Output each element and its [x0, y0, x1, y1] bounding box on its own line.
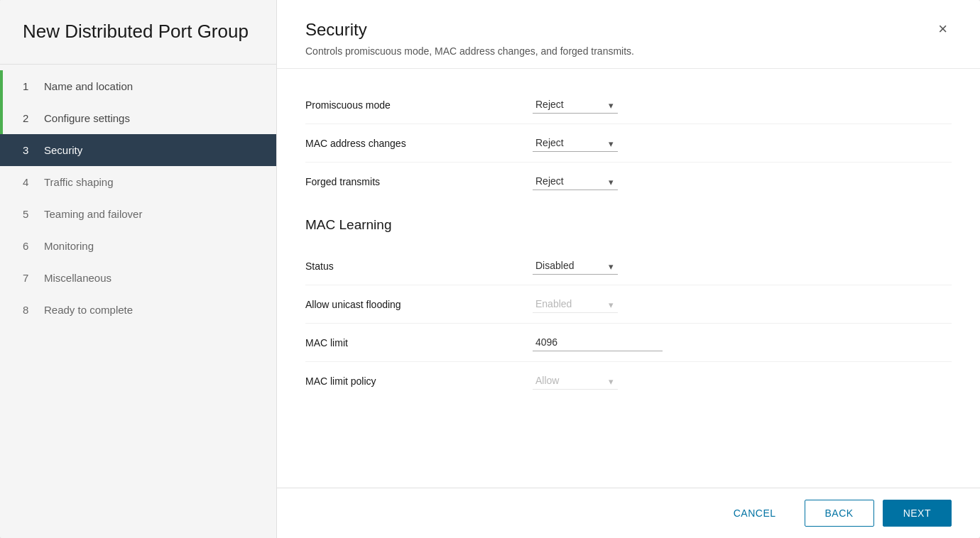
sidebar-item-2[interactable]: 2Configure settings	[0, 102, 276, 134]
step-label-3: Security	[44, 144, 82, 156]
next-button[interactable]: NEXT	[883, 500, 952, 527]
sidebar-item-4: 4Traffic shaping	[0, 166, 276, 198]
label-forged_transmits: Forged transmits	[305, 176, 533, 187]
dialog: New Distributed Port Group 1Name and loc…	[0, 0, 980, 538]
sidebar-nav: 1Name and location2Configure settings3Se…	[0, 65, 276, 538]
label-promiscuous_mode: Promiscuous mode	[305, 99, 533, 111]
step-label-4: Traffic shaping	[44, 176, 114, 188]
step-num-6: 6	[23, 240, 36, 252]
step-label-1: Name and location	[44, 80, 133, 92]
step-num-1: 1	[23, 80, 36, 92]
back-button[interactable]: BACK	[805, 500, 874, 527]
close-button[interactable]: ×	[934, 20, 952, 38]
step-num-4: 4	[23, 176, 36, 188]
cancel-button[interactable]: CANCEL	[714, 500, 796, 526]
select-wrapper-promiscuous_mode: RejectAccept	[533, 96, 618, 114]
select-status[interactable]: DisabledEnabled	[533, 257, 618, 275]
input-mac_limit[interactable]	[533, 334, 663, 351]
mac-learning-section: MAC Learning StatusDisabledEnabledAllow …	[305, 217, 952, 400]
step-num-3: 3	[23, 144, 36, 156]
select-wrapper-status: DisabledEnabled	[533, 257, 618, 275]
select-wrapper-forged_transmits: RejectAccept	[533, 172, 618, 190]
sidebar-item-8: 8Ready to complete	[0, 294, 276, 326]
step-label-6: Monitoring	[44, 240, 94, 252]
step-label-5: Teaming and failover	[44, 208, 142, 220]
main-body: Promiscuous modeRejectAcceptMAC address …	[277, 69, 980, 488]
sidebar-item-7: 7Miscellaneous	[0, 262, 276, 294]
field-row-mac_limit_policy: MAC limit policyAllowDrop	[305, 362, 952, 400]
sidebar-item-5: 5Teaming and failover	[0, 198, 276, 230]
main-footer: CANCEL BACK NEXT	[277, 488, 980, 538]
dialog-title: New Distributed Port Group	[0, 0, 276, 65]
main-header: Security Controls promiscuous mode, MAC …	[277, 0, 980, 69]
select-allow_unicast_flooding: EnabledDisabled	[533, 295, 618, 313]
step-num-5: 5	[23, 208, 36, 220]
sidebar: New Distributed Port Group 1Name and loc…	[0, 0, 277, 538]
sidebar-item-6: 6Monitoring	[0, 230, 276, 262]
label-status: Status	[305, 260, 533, 272]
step-num-7: 7	[23, 272, 36, 284]
step-num-8: 8	[23, 304, 36, 316]
field-row-promiscuous_mode: Promiscuous modeRejectAccept	[305, 86, 952, 124]
select-wrapper-mac_address_changes: RejectAccept	[533, 134, 618, 152]
step-label-2: Configure settings	[44, 112, 130, 124]
main-panel: Security Controls promiscuous mode, MAC …	[277, 0, 980, 538]
step-label-8: Ready to complete	[44, 304, 133, 316]
label-mac_address_changes: MAC address changes	[305, 138, 533, 149]
main-title: Security	[305, 20, 634, 40]
mac-learning-fields: StatusDisabledEnabledAllow unicast flood…	[305, 247, 952, 400]
security-fields: Promiscuous modeRejectAcceptMAC address …	[305, 86, 952, 200]
select-mac_limit_policy: AllowDrop	[533, 372, 618, 390]
select-promiscuous_mode[interactable]: RejectAccept	[533, 96, 618, 114]
field-row-forged_transmits: Forged transmitsRejectAccept	[305, 163, 952, 200]
label-allow_unicast_flooding: Allow unicast flooding	[305, 299, 533, 310]
main-subtitle: Controls promiscuous mode, MAC address c…	[305, 45, 634, 57]
step-label-7: Miscellaneous	[44, 272, 111, 284]
select-forged_transmits[interactable]: RejectAccept	[533, 172, 618, 190]
select-wrapper-allow_unicast_flooding: EnabledDisabled	[533, 295, 618, 313]
field-row-status: StatusDisabledEnabled	[305, 247, 952, 285]
select-wrapper-mac_limit_policy: AllowDrop	[533, 372, 618, 390]
label-mac_limit_policy: MAC limit policy	[305, 375, 533, 387]
field-row-allow_unicast_flooding: Allow unicast floodingEnabledDisabled	[305, 285, 952, 324]
sidebar-item-3[interactable]: 3Security	[0, 134, 276, 166]
mac-learning-title: MAC Learning	[305, 217, 952, 233]
label-mac_limit: MAC limit	[305, 337, 533, 348]
step-num-2: 2	[23, 112, 36, 124]
field-row-mac_limit: MAC limit	[305, 324, 952, 362]
field-row-mac_address_changes: MAC address changesRejectAccept	[305, 124, 952, 163]
sidebar-item-1[interactable]: 1Name and location	[0, 70, 276, 102]
select-mac_address_changes[interactable]: RejectAccept	[533, 134, 618, 152]
